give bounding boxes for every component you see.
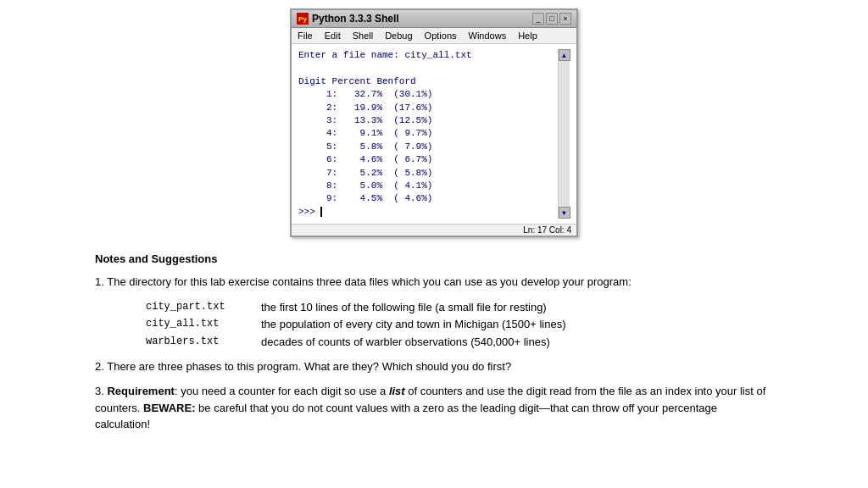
notes-item2: 2. There are three phases to this progra… [95,358,773,375]
shell-table-header: Digit Percent Benford [298,75,558,88]
notes-item3-text2: : you need a counter for each digit so u… [175,385,389,397]
shell-row-4: 4: 9.1% ( 9.7%) [298,127,558,140]
status-text: Ln: 17 Col: 4 [523,225,571,235]
shell-row-2: 2: 19.9% (17.6%) [298,102,558,114]
file-desc-1: the first 10 lines of the following file… [261,299,547,317]
file-name-2: city_all.txt [146,316,248,334]
menu-debug[interactable]: Debug [382,30,415,42]
scroll-down-button[interactable]: ▼ [559,207,570,219]
file-row-1: city_part.txt the first 10 lines of the … [146,299,773,317]
shell-row-7: 7: 5.2% ( 5.8%) [298,167,558,180]
menu-edit[interactable]: Edit [322,30,343,42]
minimize-button[interactable]: _ [532,13,544,25]
shell-text-area[interactable]: Enter a file name: city_all.txt Digit Pe… [298,49,558,219]
window-title: Python 3.3.3 Shell [312,13,399,25]
page-container: Py Python 3.3.3 Shell _ □ × File Edit Sh… [0,0,868,458]
file-row-3: warblers.txt decades of counts of warble… [146,334,773,352]
file-name-1: city_part.txt [146,299,248,317]
file-desc-3: decades of counts of warbler observation… [261,334,550,352]
prompt-symbol: >>> [298,206,320,219]
menu-help[interactable]: Help [515,30,540,42]
shell-scrollbar[interactable]: ▲ ▼ [558,49,570,219]
cursor [320,207,322,217]
shell-content-inner: Enter a file name: city_all.txt Digit Pe… [298,49,570,219]
title-bar-left: Py Python 3.3.3 Shell [297,13,399,25]
notes-section: Notes and Suggestions 1. The directory f… [86,252,782,441]
title-bar: Py Python 3.3.3 Shell _ □ × [292,10,576,28]
menu-windows[interactable]: Windows [466,30,509,42]
file-row-2: city_all.txt the population of every cit… [146,316,773,334]
menu-options[interactable]: Options [422,30,459,42]
notes-item3-list: list [389,385,405,397]
menu-shell[interactable]: Shell [350,30,376,42]
menu-bar: File Edit Shell Debug Options Windows He… [292,28,576,44]
maximize-button[interactable]: □ [546,13,558,25]
file-name-3: warblers.txt [146,334,248,352]
notes-item3-text4: be careful that you do not count values … [195,402,538,414]
window-controls: _ □ × [532,13,571,25]
close-button[interactable]: × [559,13,571,25]
notes-item3: 3. Requirement: you need a counter for e… [95,383,773,433]
shell-header [298,62,558,75]
notes-item3-em: — [539,402,550,414]
notes-item3-prefix: 3. [95,385,107,397]
notes-title: Notes and Suggestions [95,252,773,265]
shell-row-9: 9: 4.5% ( 4.6%) [298,192,558,205]
notes-item3-beware: BEWARE: [143,402,195,414]
shell-prompt-line: Enter a file name: city_all.txt [298,49,558,62]
notes-item1-text: 1. The directory for this lab exercise c… [95,275,632,288]
shell-row-5: 5: 5.8% ( 7.9%) [298,141,558,153]
shell-window: Py Python 3.3.3 Shell _ □ × File Edit Sh… [290,8,578,237]
shell-row-6: 6: 4.6% ( 6.7%) [298,153,558,166]
status-bar: Ln: 17 Col: 4 [292,224,576,236]
python-icon: Py [297,13,309,25]
shell-row-3: 3: 13.3% (12.5%) [298,114,558,127]
scroll-up-button[interactable]: ▲ [559,49,570,61]
shell-row-1: 1: 32.7% (30.1%) [298,88,558,101]
file-table: city_part.txt the first 10 lines of the … [146,299,773,352]
shell-row-8: 8: 5.0% ( 4.1%) [298,180,558,192]
shell-content: Enter a file name: city_all.txt Digit Pe… [292,44,576,224]
file-desc-2: the population of every city and town in… [261,316,566,334]
scroll-track[interactable] [559,61,570,207]
menu-file[interactable]: File [295,30,315,42]
notes-item3-requirement: Requirement [107,385,174,397]
notes-item1: 1. The directory for this lab exercise c… [95,274,773,291]
shell-active-prompt[interactable]: >>> [298,206,558,219]
